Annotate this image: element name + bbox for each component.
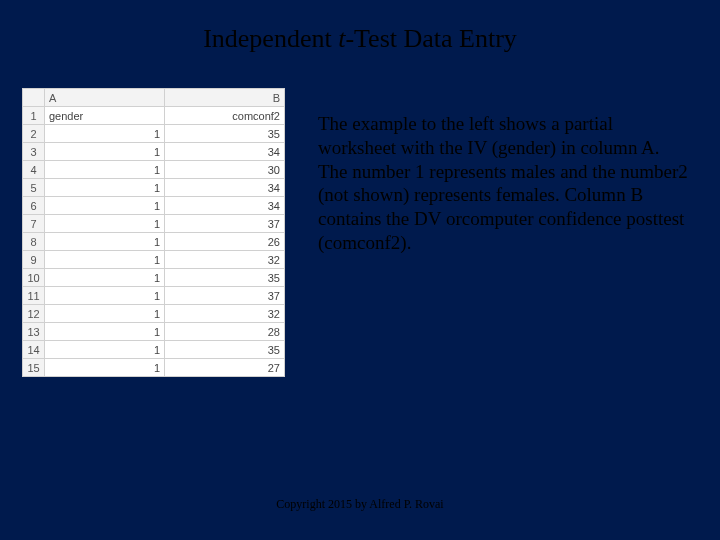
copyright-footer: Copyright 2015 by Alfred P. Rovai [0, 497, 720, 512]
table-row: 4130 [23, 161, 285, 179]
table-row: 12132 [23, 305, 285, 323]
title-post: -Test Data Entry [345, 24, 516, 53]
cell-header-b: comconf2 [165, 107, 285, 125]
table-row: 3134 [23, 143, 285, 161]
cell-header-a: gender [45, 107, 165, 125]
table-row: 10135 [23, 269, 285, 287]
row-num: 1 [23, 107, 45, 125]
spreadsheet: A B 1 gender comconf2 2135 3134 4130 513… [22, 88, 285, 377]
table-row: 13128 [23, 323, 285, 341]
title-pre: Independent [203, 24, 338, 53]
table-row: 9132 [23, 251, 285, 269]
col-header-a: A [45, 89, 165, 107]
table-row: 6134 [23, 197, 285, 215]
slide-title: Independent t-Test Data Entry [0, 24, 720, 54]
table-row: 1 gender comconf2 [23, 107, 285, 125]
table-row: 2135 [23, 125, 285, 143]
column-header-row: A B [23, 89, 285, 107]
table-row: 15127 [23, 359, 285, 377]
table-row: 7137 [23, 215, 285, 233]
table-row: 11137 [23, 287, 285, 305]
table-row: 14135 [23, 341, 285, 359]
table-row: 5134 [23, 179, 285, 197]
col-header-b: B [165, 89, 285, 107]
table-row: 8126 [23, 233, 285, 251]
body-paragraph: The example to the left shows a partial … [318, 112, 688, 255]
corner-cell [23, 89, 45, 107]
